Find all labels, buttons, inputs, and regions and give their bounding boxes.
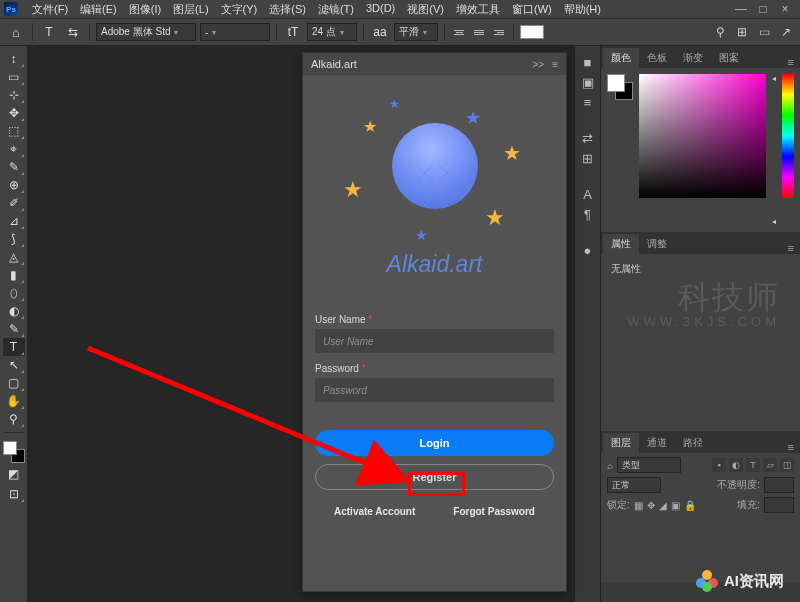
tab-layers[interactable]: 图层 [603,433,639,453]
login-button[interactable]: Login [315,430,554,456]
color-picker-square[interactable] [639,74,767,198]
menu-item[interactable]: 视图(V) [401,2,450,17]
opacity-input[interactable] [764,477,794,493]
tool-button[interactable]: ⟆ [3,230,25,248]
tool-button[interactable]: ↕ [3,50,25,68]
tab-adjustments[interactable]: 调整 [639,234,675,254]
password-input[interactable] [315,378,554,402]
tool-button[interactable]: ▢ [3,374,25,392]
window-minimize[interactable]: — [730,2,752,16]
menu-item[interactable]: 窗口(W) [506,2,558,17]
tool-button[interactable]: ↖ [3,356,25,374]
window-maximize[interactable]: □ [752,2,774,16]
swap-orientation-icon[interactable]: ⇆ [63,23,83,41]
filter-shape-icon[interactable]: ▱ [763,458,777,472]
menu-item[interactable]: 文件(F) [26,2,74,17]
align-right-icon[interactable] [491,24,507,40]
tab-swatches[interactable]: 色板 [639,48,675,68]
window-close[interactable]: × [774,2,796,16]
share-icon[interactable]: ↗ [778,24,794,40]
tool-button[interactable]: ▮ [3,266,25,284]
dock-icon[interactable]: ⊞ [578,148,598,168]
panel-menu-icon[interactable]: ≡ [552,59,558,70]
plugin-titlebar[interactable]: Alkaid.art >> ≡ [303,53,566,75]
filter-type-icon[interactable]: T [746,458,760,472]
username-input[interactable] [315,329,554,353]
lock-icon[interactable]: 🔒 [684,500,696,511]
menu-item[interactable]: 选择(S) [263,2,312,17]
quick-mask-icon[interactable]: ◩ [3,465,25,483]
tool-button[interactable]: T [3,338,25,356]
tool-button[interactable]: ✐ [3,194,25,212]
tab-gradients[interactable]: 渐变 [675,48,711,68]
lock-all-icon[interactable]: ▦ [634,500,643,511]
dock-icon[interactable]: ≡ [578,92,598,112]
tab-properties[interactable]: 属性 [603,234,639,254]
tool-button[interactable]: ✋ [3,392,25,410]
forgot-password-link[interactable]: Forgot Password [453,506,535,517]
menu-item[interactable]: 滤镜(T) [312,2,360,17]
menu-item[interactable]: 图像(I) [123,2,167,17]
panel-menu-icon[interactable]: ≡ [782,56,800,68]
panel-menu-icon[interactable]: ≡ [782,242,800,254]
text-color-swatch[interactable] [520,25,544,39]
menu-item[interactable]: 图层(L) [167,2,214,17]
font-family-select[interactable]: Adobe 黑体 Std [96,23,196,41]
tool-button[interactable]: ⚲ [3,410,25,428]
dock-icon[interactable]: A [578,184,598,204]
blend-mode-select[interactable]: 正常 [607,477,661,493]
color-fg-bg-swatch[interactable] [607,74,633,100]
search-icon[interactable]: ⌕ [607,460,613,471]
panel-menu-icon[interactable]: ≡ [782,441,800,453]
tab-color[interactable]: 颜色 [603,48,639,68]
tool-button[interactable]: ✎ [3,320,25,338]
menu-item[interactable]: 文字(Y) [215,2,264,17]
color-swatches[interactable] [3,441,25,463]
lock-transparency-icon[interactable]: ▣ [671,500,680,511]
antialias-select[interactable]: 平滑 [394,23,438,41]
lock-position-icon[interactable]: ✥ [647,500,655,511]
fill-input[interactable] [764,497,794,513]
tool-button[interactable]: ⬯ [3,284,25,302]
tab-channels[interactable]: 通道 [639,433,675,453]
tool-button[interactable]: ⌖ [3,140,25,158]
font-style-select[interactable]: - [200,23,270,41]
menu-item[interactable]: 增效工具 [450,2,506,17]
tool-button[interactable]: ⊹ [3,86,25,104]
lock-pixels-icon[interactable]: ◢ [659,500,667,511]
tool-button[interactable]: ⊕ [3,176,25,194]
align-left-icon[interactable] [451,24,467,40]
screen-mode-icon[interactable]: ⊡ [3,485,25,503]
tool-button[interactable]: ⬚ [3,122,25,140]
home-button[interactable]: ⌂ [6,23,26,41]
panel-options-icon[interactable]: ⊞ [734,24,750,40]
dock-icon[interactable]: ▣ [578,72,598,92]
3d-icon[interactable]: ▭ [756,24,772,40]
menu-item[interactable]: 3D(D) [360,2,401,17]
menu-item[interactable]: 帮助(H) [558,2,607,17]
tool-button[interactable]: ◐ [3,302,25,320]
filter-adjust-icon[interactable]: ◐ [729,458,743,472]
tool-button[interactable]: ▭ [3,68,25,86]
hue-slider[interactable] [782,74,794,198]
tool-button[interactable]: ✎ [3,158,25,176]
dock-icon[interactable]: ■ [578,52,598,72]
tool-button[interactable]: ⊿ [3,212,25,230]
dock-icon[interactable]: ⇄ [578,128,598,148]
activate-account-link[interactable]: Activate Account [334,506,415,517]
dock-icon[interactable]: ● [578,240,598,260]
filter-type-select[interactable]: 类型 [617,457,681,473]
register-button[interactable]: Register [315,464,554,490]
align-center-icon[interactable] [471,24,487,40]
collapse-icon[interactable]: >> [532,59,544,70]
tab-paths[interactable]: 路径 [675,433,711,453]
filter-smart-icon[interactable]: ◫ [780,458,794,472]
tool-button[interactable]: ◬ [3,248,25,266]
menu-item[interactable]: 编辑(E) [74,2,123,17]
font-size-select[interactable]: 24 点 [307,23,357,41]
tool-button[interactable]: ✥ [3,104,25,122]
tab-patterns[interactable]: 图案 [711,48,747,68]
search-icon[interactable]: ⚲ [712,24,728,40]
filter-pixel-icon[interactable]: ▪ [712,458,726,472]
dock-icon[interactable]: ¶ [578,204,598,224]
